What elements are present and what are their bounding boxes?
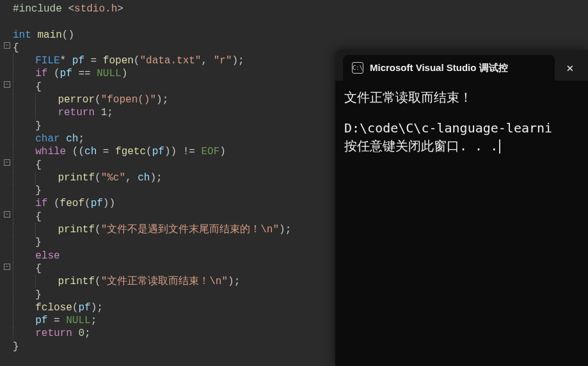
console-output-line: 文件正常读取而结束！ (344, 88, 579, 106)
gutter: − − − − − (0, 0, 12, 366)
code-line: #include <stdio.h> (13, 3, 588, 15)
close-icon: ✕ (567, 61, 574, 75)
text-cursor-icon (499, 139, 500, 154)
console-title: Microsoft Visual Studio 调试控 (370, 62, 508, 74)
console-output-line: D:\code\C\c-language-learni (344, 119, 579, 137)
fold-while-icon[interactable]: − (4, 159, 10, 166)
close-button[interactable]: ✕ (560, 58, 580, 78)
cmd-icon: C:\ (352, 62, 363, 74)
debug-console-window[interactable]: C:\ Microsoft Visual Studio 调试控 ✕ 文件正常读取… (335, 50, 588, 366)
fold-main-icon[interactable]: − (4, 42, 10, 49)
console-titlebar[interactable]: C:\ Microsoft Visual Studio 调试控 ✕ (335, 50, 588, 81)
fold-else-icon[interactable]: − (4, 264, 10, 270)
fold-feof-icon[interactable]: − (4, 211, 10, 218)
console-body[interactable]: 文件正常读取而结束！ D:\code\C\c-language-learni 按… (335, 81, 588, 163)
console-prompt-line: 按任意键关闭此窗口. . . (344, 137, 579, 155)
fold-if-icon[interactable]: − (4, 81, 10, 88)
console-tab[interactable]: C:\ Microsoft Visual Studio 调试控 (343, 55, 555, 81)
code-line: int main() (13, 29, 588, 42)
